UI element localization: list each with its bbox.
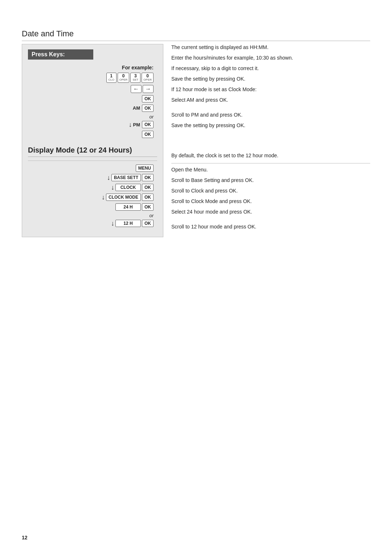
24h-row: 24 H OK [28, 203, 157, 211]
ok-key-clockmode: OK [142, 194, 154, 201]
pm-row: ↓ PM OK [28, 121, 157, 129]
right-row-5: If 12 hour mode is set as Clock Mode: [171, 86, 370, 95]
scroll-arrow-pm: ↓ [129, 121, 132, 129]
dm-row-4: Scroll to Clock Mode and press OK. [171, 198, 370, 207]
base-sett-label: BASE SETT [111, 174, 141, 181]
for-example-label: For example: [28, 65, 157, 70]
menu-key: MENU [136, 165, 154, 172]
spacer-2 [171, 219, 370, 223]
right-panel: The current setting is displayed as HH:M… [163, 44, 370, 237]
am-ok-row: AM OK [28, 105, 157, 112]
ok-key-3: OK [142, 121, 154, 128]
dm-row-2: Scroll to Base Setting and press OK. [171, 177, 370, 186]
page-wrapper: Date and Time Press Keys: For example: 1… [0, 0, 392, 259]
display-mode-title: Display Mode (12 or 24 Hours) [28, 146, 157, 157]
right-row-3: If necessary, skip to a digit to correct… [171, 65, 370, 74]
ok-key-clock: OK [142, 184, 154, 191]
scroll-arrow-12h: ↓ [111, 220, 114, 227]
press-keys-header: Press Keys: [28, 49, 93, 60]
digit-key-0b: 0 OPER [142, 73, 154, 83]
left-arrow-key: ← [131, 85, 142, 93]
right-row-7: Scroll to PM and and press OK. [171, 112, 370, 120]
clock-mode-label: CLOCK MODE [106, 194, 141, 201]
dm-row-3: Scroll to Clock and press OK. [171, 187, 370, 196]
scroll-arrow-base: ↓ [107, 174, 110, 182]
left-panel: Press Keys: For example: 1 CLO 0 OPER 3 … [22, 44, 163, 237]
clock-label: CLOCK [115, 184, 141, 191]
clock-mode-row: ↓ CLOCK MODE OK [28, 194, 157, 201]
right-row-8: Save the setting by pressing OK. [171, 122, 370, 131]
display-mode-left: Display Mode (12 or 24 Hours) MENU ↓ BAS… [28, 146, 157, 227]
dm-row-6: Scroll to 12 hour mode and press OK. [171, 223, 370, 232]
right-row-6: Select AM and press OK. [171, 97, 370, 105]
clock-row: ↓ CLOCK OK [28, 184, 157, 191]
scroll-arrow-clock: ↓ [111, 184, 114, 191]
arrow-keys-row: ← → [28, 85, 157, 93]
right-row-4: Save the setting by pressing OK. [171, 76, 370, 84]
ok-key-1: OK [142, 95, 154, 102]
main-layout: Press Keys: For example: 1 CLO 0 OPER 3 … [22, 44, 370, 237]
right-arrow-key: → [143, 85, 154, 93]
ok-key-12h: OK [142, 220, 154, 227]
digit-keys-row: 1 CLO 0 OPER 3 SET 0 OPER [28, 73, 157, 83]
or-row-1: or [28, 114, 157, 119]
section-divider-right [171, 163, 370, 163]
am-label: AM [133, 105, 140, 111]
digit-key-1: 1 CLO [106, 73, 117, 83]
right-row-1: The current setting is displayed as HH:M… [171, 44, 370, 53]
dm-row-5: Select 24 hour mode and press OK. [171, 208, 370, 217]
dm-row-1: Open the Menu. [171, 166, 370, 175]
display-mode-spacer [171, 133, 370, 151]
ok-key-4: OK [142, 131, 154, 138]
digit-key-3: 3 SET [130, 73, 140, 83]
right-row-2: Enter the hours/minutes for example, 10:… [171, 54, 370, 63]
ok-row-1: OK [28, 95, 157, 102]
or-row-2: or [28, 213, 157, 218]
section-divider [28, 161, 157, 161]
12h-row: ↓ 12 H OK [28, 220, 157, 227]
scroll-arrow-clockmode: ↓ [102, 194, 105, 201]
menu-row: MENU [28, 165, 157, 172]
24h-label: 24 H [115, 203, 141, 211]
section-title: Date and Time [22, 29, 370, 41]
page-number: 12 [22, 535, 28, 540]
spacer-1 [171, 107, 370, 112]
digit-key-0a: 0 OPER [118, 73, 130, 83]
base-sett-row: ↓ BASE SETT OK [28, 174, 157, 182]
ok-key-base: OK [142, 174, 154, 181]
ok-row-4: OK [28, 131, 157, 138]
12h-label: 12 H [115, 220, 141, 227]
ok-key-24h: OK [142, 203, 154, 211]
ok-key-2: OK [142, 105, 154, 112]
pm-label: PM [133, 122, 140, 127]
default-note-right: By default, the clock is set to the 12 h… [171, 152, 370, 159]
